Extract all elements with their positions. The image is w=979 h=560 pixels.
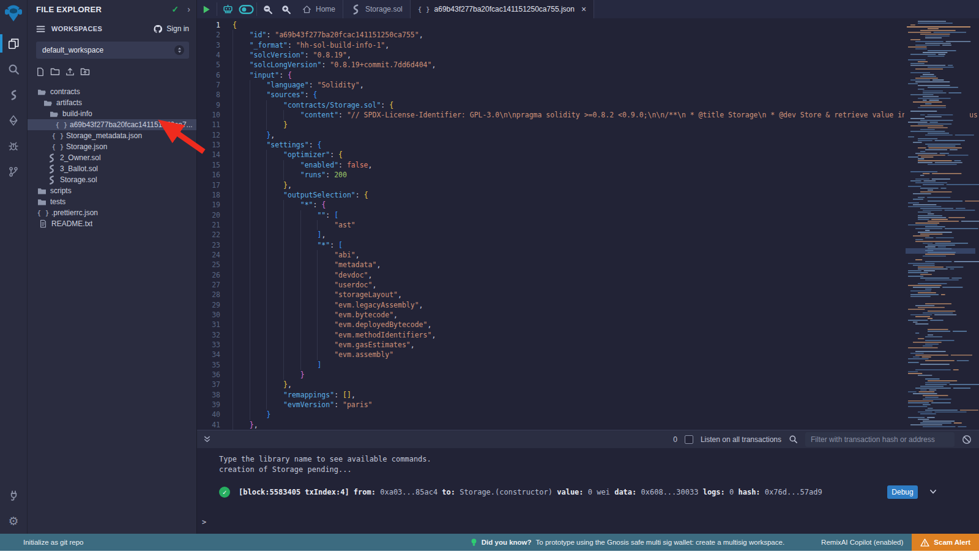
tree-item-label: Storage.sol <box>60 175 97 184</box>
hamburger-menu-icon[interactable] <box>36 25 45 33</box>
new-file-icon[interactable] <box>36 67 45 79</box>
tree-item-label: artifacts <box>56 98 82 107</box>
solidity-compiler-icon[interactable] <box>0 82 28 108</box>
settings-gear-icon[interactable]: ⚙ <box>0 508 28 534</box>
expand-terminal-icon[interactable] <box>203 435 211 443</box>
deploy-run-icon[interactable] <box>0 108 28 133</box>
tx-summary: [block:5583405 txIndex:4] from: 0xa03...… <box>239 488 822 496</box>
solidity-icon <box>351 4 361 15</box>
zoom-out-icon[interactable] <box>258 0 277 18</box>
run-script-button[interactable] <box>197 0 215 18</box>
tree-item[interactable]: Storage.sol <box>28 174 196 185</box>
copilot-status[interactable]: RemixAI Copilot (enabled) <box>821 539 903 546</box>
folder-open-icon <box>37 88 47 96</box>
tab-label: a69b43f277ba20fcac141151250ca755.json <box>434 5 575 13</box>
code-line: 28"storageLayout", <box>197 290 979 300</box>
file-explorer-panel: FILE EXPLORER ✓ › WORKSPACES Sign in def… <box>28 0 197 534</box>
folder-open-icon <box>50 110 59 118</box>
code-line: 23"*": [ <box>197 240 979 250</box>
upload-file-icon[interactable] <box>65 67 75 79</box>
listen-all-label: Listen on all transactions <box>701 435 781 444</box>
close-tab-icon[interactable]: × <box>581 4 586 14</box>
terminal-body: Type the library name to see available c… <box>197 448 979 534</box>
code-line: 39"evmVersion": "paris" <box>197 400 979 410</box>
git-init-status[interactable]: Initialize as git repo <box>23 539 83 546</box>
terminal-search-icon[interactable] <box>789 435 798 444</box>
json-icon: { } <box>57 121 66 129</box>
code-line: 17}, <box>197 180 979 190</box>
workspaces-label: WORKSPACES <box>51 25 153 32</box>
code-line: 22], <box>197 230 979 240</box>
sign-in-label: Sign in <box>166 24 189 33</box>
listen-all-checkbox[interactable] <box>685 435 693 444</box>
tree-item[interactable]: { }.prettierrc.json <box>28 207 196 218</box>
code-line: 3"_format": "hh-sol-build-info-1", <box>197 40 979 50</box>
code-line: 11} <box>197 120 979 130</box>
workspace-select[interactable]: default_workspace <box>36 42 189 59</box>
scam-alert-label: Scam Alert <box>934 539 970 546</box>
tree-item[interactable]: artifacts <box>28 97 196 108</box>
new-folder-icon[interactable] <box>50 67 60 79</box>
ai-copilot-robot-icon[interactable] <box>218 0 237 18</box>
home-icon <box>302 5 311 14</box>
tab-label: Home <box>316 5 335 13</box>
code-editor[interactable]: 1{2"id": "a69b43f277ba20fcac141151250ca7… <box>197 18 979 430</box>
tree-item[interactable]: tests <box>28 196 196 207</box>
debugger-icon[interactable] <box>0 133 28 159</box>
code-line: 25"metadata", <box>197 260 979 270</box>
editor-main: HomeStorage.sol{ }a69b43f277ba20fcac1411… <box>197 0 979 534</box>
tree-item-label: Storage.json <box>66 142 107 151</box>
tx-expand-chevron-icon[interactable] <box>929 487 937 498</box>
icon-rail: ⚙ <box>0 0 28 534</box>
git-icon[interactable] <box>0 159 28 185</box>
code-line: 27"userdoc", <box>197 280 979 290</box>
tree-item[interactable]: 2_Owner.sol <box>28 152 196 163</box>
workspace-name: default_workspace <box>42 46 174 54</box>
tree-item[interactable]: scripts <box>28 185 196 196</box>
tree-item-label: .prettierrc.json <box>51 208 98 217</box>
github-sign-in-button[interactable]: Sign in <box>153 24 189 34</box>
plugin-manager-icon[interactable] <box>0 482 28 508</box>
code-line: 5"solcLongVersion": "0.8.19+commit.7dd6d… <box>197 60 979 70</box>
tab-home[interactable]: Home <box>295 0 343 18</box>
tab-label: Storage.sol <box>365 5 403 13</box>
overflow-text-fragment: us <box>969 111 978 119</box>
tree-item-label: 2_Owner.sol <box>60 153 101 162</box>
transaction-count-badge: 0 <box>673 435 677 444</box>
chevron-right-icon[interactable]: › <box>187 4 190 14</box>
upload-folder-icon[interactable] <box>80 67 90 79</box>
tree-item-label: scripts <box>50 186 72 195</box>
code-line: 33"evm.gasEstimates", <box>197 340 979 350</box>
tree-item[interactable]: 3_Ballot.sol <box>28 163 196 174</box>
code-line: 18"outputSelection": { <box>197 190 979 200</box>
minimap[interactable] <box>904 18 979 430</box>
scam-alert-badge[interactable]: Scam Alert <box>912 534 979 551</box>
search-icon[interactable] <box>0 56 28 82</box>
code-line: 34"evm.assembly" <box>197 350 979 359</box>
warning-triangle-icon <box>920 539 929 547</box>
file-explorer-icon[interactable] <box>0 31 28 56</box>
code-line: 9"contracts/Storage.sol": { <box>197 100 979 110</box>
panel-header: FILE EXPLORER ✓ › <box>28 0 196 18</box>
clear-console-icon[interactable] <box>962 435 972 444</box>
tab-storage-sol[interactable]: Storage.sol <box>343 0 411 18</box>
tree-item[interactable]: { }Storage.json <box>28 141 196 152</box>
ai-toggle-icon[interactable] <box>237 0 255 18</box>
tree-item[interactable]: { }Storage_metadata.json <box>28 130 196 141</box>
tab-a69b43f277ba20fcac141151250ca755-json[interactable]: { }a69b43f277ba20fcac141151250ca755.json… <box>411 0 594 18</box>
tree-item[interactable]: README.txt <box>28 218 196 229</box>
tree-item[interactable]: build-info <box>28 108 196 119</box>
remix-logo-icon[interactable] <box>3 2 24 24</box>
tree-item-selected[interactable]: { }a69b43f277ba20fcac141151250ca7... <box>28 119 196 130</box>
tree-item-label: README.txt <box>51 219 92 228</box>
debug-button[interactable]: Debug <box>887 485 918 499</box>
transaction-filter-input[interactable] <box>805 432 955 447</box>
tree-item[interactable]: contracts <box>28 86 196 97</box>
terminal-log-line: creation of Storage pending... <box>219 465 979 475</box>
code-lines: 1{2"id": "a69b43f277ba20fcac141151250ca7… <box>197 18 979 430</box>
zoom-in-icon[interactable] <box>277 0 295 18</box>
tree-item-label: a69b43f277ba20fcac141151250ca7... <box>70 120 193 129</box>
tab-bar: HomeStorage.sol{ }a69b43f277ba20fcac1411… <box>197 0 979 18</box>
code-line: 26"devdoc", <box>197 270 979 280</box>
code-line: 6"input": { <box>197 70 979 80</box>
